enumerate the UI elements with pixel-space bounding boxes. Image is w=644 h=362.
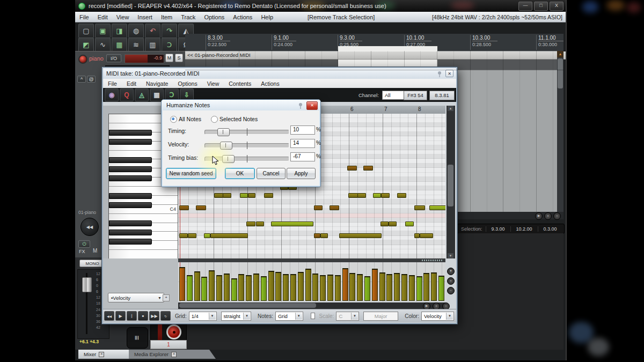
velocity-bar[interactable] [401, 274, 407, 301]
lane-divider[interactable] [178, 258, 445, 262]
midi-note[interactable] [347, 166, 357, 171]
midi-close-button[interactable]: ✕ [445, 70, 453, 77]
velocity-bar[interactable] [231, 278, 237, 301]
tab-close-icon[interactable]: ✕ [99, 352, 104, 357]
midi-menu-navigate[interactable]: Navigate [141, 80, 173, 87]
slider-value-input[interactable]: 10 [290, 125, 315, 135]
midi-note[interactable] [429, 205, 445, 210]
midi-menu-contents[interactable]: Contents [224, 80, 256, 87]
swing-select[interactable]: straight▼ [221, 312, 251, 321]
slider-value-input[interactable]: -67 [290, 152, 315, 161]
velocity-bar[interactable] [179, 267, 185, 301]
repeat-button[interactable]: ↻ [160, 311, 171, 321]
midi-note[interactable] [348, 193, 358, 198]
pause-button[interactable]: ║ [127, 311, 137, 321]
slider-thumb[interactable] [217, 128, 230, 136]
velocity-bar[interactable] [268, 271, 274, 301]
velocity-bar[interactable] [253, 274, 259, 301]
velocity-lane[interactable] [178, 262, 445, 301]
grid-snap-button[interactable]: ▦ [112, 38, 127, 52]
velocity-bar[interactable] [409, 275, 415, 301]
velocity-bar[interactable] [224, 274, 230, 301]
velocity-bar[interactable] [216, 275, 222, 301]
velocity-bar[interactable] [194, 271, 200, 301]
scroll-thumb[interactable] [448, 165, 453, 206]
velocity-bar[interactable] [364, 276, 370, 301]
velocity-bar[interactable] [238, 274, 244, 301]
eq-sliders-icon[interactable]: ≡ [127, 327, 148, 349]
scroll-thumb[interactable] [179, 303, 316, 308]
midi-note[interactable] [414, 205, 425, 210]
play-button[interactable]: ▶ [115, 311, 126, 321]
envelope-button[interactable]: ◩ [78, 38, 94, 52]
selection-end[interactable]: 10.2.00 [510, 226, 538, 232]
dialog-close-button[interactable]: ✕ [306, 101, 318, 110]
midi-note[interactable] [264, 193, 273, 198]
goto-end-button[interactable]: ▶▶ [149, 311, 159, 321]
midi-note[interactable] [381, 193, 390, 198]
midi-note[interactable] [214, 193, 223, 198]
midi-note[interactable] [339, 233, 382, 238]
midi-menu-view[interactable]: View [202, 80, 224, 87]
velocity-bar[interactable] [290, 274, 296, 301]
radio-selected-notes[interactable] [211, 116, 218, 123]
save-project-button[interactable]: ◨ [112, 24, 127, 38]
cc-lane-select[interactable]: •Velocity▼ [108, 293, 164, 302]
midi-note[interactable] [223, 193, 231, 198]
new-project-button[interactable]: ▢ [78, 24, 94, 38]
midi-note[interactable] [256, 221, 264, 226]
midi-menu-actions[interactable]: Actions [256, 80, 284, 87]
velocity-bar[interactable] [394, 273, 400, 301]
menu-actions[interactable]: Actions [229, 14, 257, 20]
project-settings-button[interactable]: ◍ [128, 24, 144, 38]
velocity-bar[interactable] [416, 276, 422, 301]
scroll-thumb[interactable] [558, 58, 563, 88]
collapse-button[interactable]: ^ [77, 76, 86, 83]
goto-start-button[interactable]: ◀◀ [80, 218, 99, 236]
edit-mode-button[interactable]: ◉ [105, 88, 119, 101]
apply-button[interactable]: Apply [287, 168, 316, 179]
humanize-button[interactable]: ◬ [135, 88, 149, 101]
tab-media-explorer[interactable]: Media Explorer✕ [129, 350, 216, 359]
black-key[interactable] [109, 230, 152, 235]
quantize-button[interactable]: Q [120, 88, 134, 101]
pin-icon[interactable] [298, 102, 303, 109]
selection-start[interactable]: 9.3.00 [486, 226, 510, 232]
mixer-fader-handle[interactable] [82, 277, 92, 292]
radio-selected-notes-label[interactable]: Selected Notes [219, 116, 258, 122]
slider-value-input[interactable]: 14 [290, 139, 315, 148]
menu-insert[interactable]: Insert [133, 14, 157, 20]
velocity-bar[interactable] [335, 275, 341, 301]
velocity-bar[interactable] [342, 268, 348, 301]
mute-button[interactable]: M [165, 54, 173, 62]
midi-note[interactable] [188, 233, 196, 238]
envelope-button[interactable]: @ [87, 76, 96, 83]
velocity-bar[interactable] [298, 272, 304, 301]
dialog-title-bar[interactable]: Humanize Notes [162, 100, 320, 110]
midi-note[interactable] [420, 233, 433, 238]
toolbar-action-label[interactable]: [Remove Track Selection] [303, 14, 379, 20]
velocity-bar[interactable] [379, 272, 385, 301]
slider-groove[interactable] [204, 130, 289, 135]
midi-note[interactable] [363, 166, 373, 171]
black-key[interactable] [109, 239, 152, 245]
midi-note[interactable] [204, 233, 210, 238]
velocity-bar[interactable] [320, 275, 326, 301]
menu-options[interactable]: Options [200, 14, 229, 20]
velocity-bar[interactable] [275, 272, 281, 301]
midi-note[interactable] [320, 233, 328, 238]
minimize-button[interactable]: — [518, 2, 532, 11]
crossfade-button[interactable]: ∿ [95, 38, 111, 52]
maximize-button[interactable]: □ [534, 2, 548, 11]
track-name[interactable]: piano [89, 55, 104, 62]
black-key[interactable] [109, 193, 152, 199]
pin-icon[interactable] [437, 71, 442, 78]
undo-button[interactable]: ↶ [145, 24, 160, 38]
record-knob[interactable] [166, 324, 181, 339]
midi-hscrollbar[interactable] [178, 302, 445, 309]
fx-mute-label[interactable]: M [93, 248, 97, 254]
scroll-down-icon[interactable]: ▼ [448, 253, 453, 258]
black-key[interactable] [109, 166, 152, 172]
media-item-label[interactable]: << 01-piano-Recorded MIDI [185, 51, 566, 60]
velocity-bar[interactable] [372, 269, 378, 301]
